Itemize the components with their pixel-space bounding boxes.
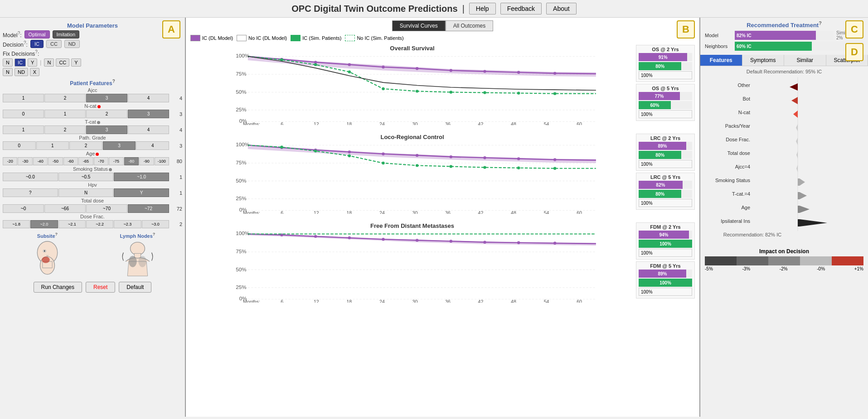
impact-label-3: -2% xyxy=(780,266,788,271)
tab-d-features[interactable]: Features xyxy=(700,55,742,66)
pg-2[interactable]: 2 xyxy=(69,141,102,150)
decision-ic-btn[interactable]: IC xyxy=(30,40,44,48)
age--80[interactable]: -80 xyxy=(124,157,139,165)
decision-help[interactable]: ? xyxy=(24,40,26,45)
smoking-1[interactable]: ~1.0 xyxy=(114,173,169,181)
decision-cc-btn[interactable]: CC xyxy=(46,40,62,48)
panel-d-label: D xyxy=(845,43,863,61)
df-22[interactable]: ~2.2 xyxy=(86,220,113,228)
fix-n1-btn[interactable]: N xyxy=(3,58,13,67)
model-optimal-btn[interactable]: Optimal xyxy=(24,30,50,39)
ncat-1[interactable]: 1 xyxy=(44,110,86,118)
decision-nd-btn[interactable]: ND xyxy=(64,40,80,48)
fix-x-btn[interactable]: X xyxy=(30,68,39,76)
svg-text:50%: 50% xyxy=(236,178,246,183)
svg-point-34 xyxy=(450,91,452,93)
tcat-2[interactable]: 2 xyxy=(44,125,86,134)
subsite-svg[interactable] xyxy=(5,241,90,277)
age--100[interactable]: -100 xyxy=(155,157,169,165)
tab-d-similar[interactable]: Similar xyxy=(784,55,826,66)
tcat-3[interactable]: 3 xyxy=(86,125,127,134)
legend-noic-sim-label: No IC (Sim. Patients) xyxy=(357,35,403,41)
age--40[interactable]: -40 xyxy=(33,157,48,165)
model-imitation-btn[interactable]: Imitation xyxy=(53,30,80,39)
subsite-help[interactable]: ? xyxy=(55,232,58,236)
run-changes-button[interactable]: Run Changes xyxy=(34,282,82,293)
tcat-4[interactable]: 4 xyxy=(128,125,169,134)
lymphnodes-help[interactable]: ? xyxy=(153,232,155,236)
df-18[interactable]: ~1.8 xyxy=(3,220,30,228)
feedback-button[interactable]: Feedback xyxy=(500,3,542,14)
fix-help[interactable]: ? xyxy=(35,49,38,54)
tab-all-outcomes[interactable]: All Outcomes xyxy=(446,20,493,31)
fix-y2-btn[interactable]: Y xyxy=(71,58,81,67)
legend-ic-sim: IC (Sim. Patients) xyxy=(291,35,341,41)
ajcc-2[interactable]: 2 xyxy=(44,94,86,102)
pg-1[interactable]: 1 xyxy=(36,141,69,150)
impact-bar-1 xyxy=(705,256,737,265)
smoking-0[interactable]: ~0.0 xyxy=(3,173,58,181)
ajcc-3[interactable]: 3 xyxy=(86,94,127,102)
smoking-label: Smoking Status xyxy=(3,166,182,172)
svg-text:12: 12 xyxy=(314,299,319,303)
ajcc-4[interactable]: 4 xyxy=(128,94,169,102)
pg-3[interactable]: 3 xyxy=(103,141,136,150)
fix-nd-btn[interactable]: ND xyxy=(15,68,28,76)
pg-0[interactable]: 0 xyxy=(3,141,36,150)
td-72[interactable]: ~72 xyxy=(128,204,169,213)
outcome-bar-purple: 77% xyxy=(639,92,680,100)
reset-button[interactable]: Reset xyxy=(86,282,115,293)
svg-text:18: 18 xyxy=(346,299,352,303)
svg-text:36: 36 xyxy=(445,210,451,214)
svg-text:36: 36 xyxy=(445,299,451,303)
fix-y1-btn[interactable]: Y xyxy=(28,58,37,67)
age--50[interactable]: -50 xyxy=(48,157,63,165)
model-help[interactable]: ? xyxy=(18,31,20,36)
ncat-0[interactable]: 0 xyxy=(3,110,44,118)
fix-n2-btn[interactable]: N xyxy=(44,58,54,67)
ajcc-1[interactable]: 1 xyxy=(3,94,44,102)
svg-point-68 xyxy=(280,146,283,149)
age--65[interactable]: -65 xyxy=(78,157,93,165)
patient-help[interactable]: ? xyxy=(112,79,115,84)
hpv-label: Hpv xyxy=(3,182,182,188)
df-20[interactable]: ~2.0 xyxy=(30,220,58,228)
default-rec-text: Default Recommendation: 95% IC xyxy=(705,69,863,74)
rec-model-row: Model 82% IC Similar t... 2% xyxy=(705,30,863,40)
rec-help[interactable]: ? xyxy=(819,20,822,26)
df-23[interactable]: ~2.3 xyxy=(114,220,141,228)
age--20[interactable]: -20 xyxy=(3,157,17,165)
age--30[interactable]: -30 xyxy=(18,157,32,165)
df-21[interactable]: ~2.1 xyxy=(58,220,86,228)
smoking-05[interactable]: ~0.5 xyxy=(58,173,114,181)
svg-point-101 xyxy=(382,238,384,241)
svg-text:Other: Other xyxy=(737,82,750,88)
age--90[interactable]: -90 xyxy=(139,157,154,165)
age--70[interactable]: -70 xyxy=(94,157,108,165)
tab-d-symptoms[interactable]: Symptoms xyxy=(742,55,785,66)
fix-cc-btn[interactable]: CC xyxy=(56,58,69,67)
td-66[interactable]: ~66 xyxy=(44,204,86,213)
td-0[interactable]: ~0 xyxy=(3,204,44,213)
svg-point-104 xyxy=(483,241,486,243)
td-70[interactable]: ~70 xyxy=(86,204,127,213)
pg-4[interactable]: 4 xyxy=(136,141,169,150)
hpv-n[interactable]: N xyxy=(58,188,114,197)
df-30[interactable]: ~3.0 xyxy=(142,220,169,228)
fix-ic-btn[interactable]: IC xyxy=(15,58,26,67)
hpv-y[interactable]: Y xyxy=(114,188,169,197)
fix-n3-btn[interactable]: N xyxy=(3,68,13,76)
age--60[interactable]: -60 xyxy=(63,157,78,165)
lymphnodes-svg[interactable] xyxy=(95,241,180,277)
hpv-q[interactable]: ? xyxy=(3,188,58,197)
help-button[interactable]: Help xyxy=(469,3,496,14)
svg-point-75 xyxy=(517,166,520,169)
tcat-1[interactable]: 1 xyxy=(3,125,44,134)
tab-survival-curves[interactable]: Survival Curves xyxy=(392,20,446,31)
age--75[interactable]: -75 xyxy=(109,157,123,165)
ncat-2[interactable]: 2 xyxy=(86,110,127,118)
default-button[interactable]: Default xyxy=(119,282,151,293)
ncat-3[interactable]: 3 xyxy=(128,110,169,118)
chart-os: Overall Survival 100% 75% 50% 25% 0% xyxy=(190,45,634,131)
about-button[interactable]: About xyxy=(546,3,577,14)
